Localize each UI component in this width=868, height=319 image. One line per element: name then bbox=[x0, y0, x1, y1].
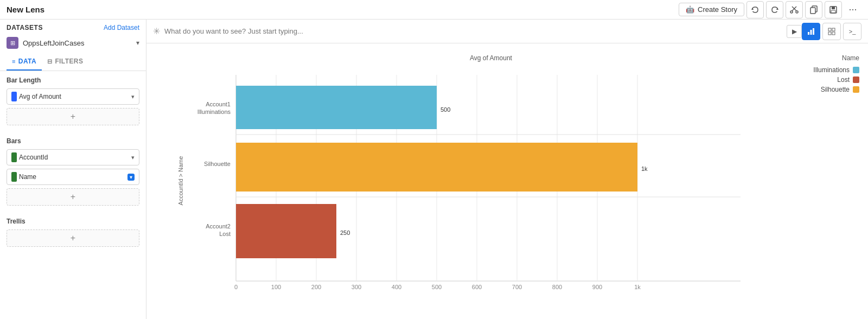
add-bars-field-button[interactable]: + bbox=[7, 188, 139, 206]
search-left: ✳ ▶ bbox=[153, 25, 802, 38]
svg-text:Silhouette: Silhouette bbox=[204, 161, 231, 167]
create-story-button[interactable]: 🤖 Create Story bbox=[679, 3, 744, 16]
add-dataset-button[interactable]: Add Dataset bbox=[104, 24, 139, 31]
code-view-button[interactable]: >_ bbox=[843, 23, 861, 40]
name-arrow-icon[interactable]: ▾ bbox=[127, 174, 135, 181]
code-view-icon: >_ bbox=[849, 28, 856, 35]
bar-silhouette[interactable] bbox=[236, 143, 637, 192]
svg-text:700: 700 bbox=[512, 284, 522, 290]
svg-text:600: 600 bbox=[472, 284, 482, 290]
bar-illuminations[interactable] bbox=[236, 86, 437, 129]
undo-button[interactable] bbox=[746, 1, 764, 18]
table-view-button[interactable] bbox=[822, 23, 841, 40]
accountid-field-dropdown[interactable]: AccountId ▾ bbox=[7, 149, 139, 165]
sidebar: Datasets Add Dataset ⊞ OppsLeftJoinCases… bbox=[0, 20, 146, 319]
name-field-dropdown[interactable]: Name ▾ bbox=[7, 169, 139, 185]
bars-group: Bars AccountId ▾ Name ▾ + bbox=[0, 132, 146, 212]
name-field-label: Name bbox=[19, 173, 125, 181]
bar-length-group: Bar Length Avg of Amount ▾ + bbox=[0, 71, 146, 132]
tab-filters[interactable]: ⊟ FILTERS bbox=[42, 53, 88, 71]
chart-legend: Name Illuminations Lost Silhouette bbox=[813, 54, 859, 93]
legend-item-illuminations: Illuminations bbox=[813, 66, 859, 74]
tab-data-label: DATA bbox=[18, 58, 36, 65]
svg-text:Account1: Account1 bbox=[206, 101, 231, 107]
tab-data[interactable]: ≡ DATA bbox=[7, 53, 42, 71]
copy-button[interactable] bbox=[805, 1, 822, 18]
chart-wrapper: Avg of Amount AccountId > Name bbox=[155, 54, 773, 299]
svg-rect-9 bbox=[832, 7, 835, 9]
svg-rect-7 bbox=[810, 8, 815, 14]
legend-silhouette-label: Silhouette bbox=[821, 86, 850, 93]
tab-filters-label: FILTERS bbox=[55, 58, 83, 65]
legend-item-silhouette: Silhouette bbox=[813, 86, 859, 93]
svg-text:800: 800 bbox=[552, 284, 562, 290]
legend-lost-dot bbox=[853, 76, 859, 83]
redo-icon bbox=[770, 5, 779, 14]
add-bars-plus-icon: + bbox=[71, 192, 75, 202]
field-handle-green-1 bbox=[11, 152, 17, 162]
chart-view-button[interactable] bbox=[802, 23, 820, 40]
save-button[interactable] bbox=[825, 1, 842, 18]
add-bar-length-field-button[interactable]: + bbox=[7, 108, 139, 125]
bar-lost[interactable] bbox=[236, 204, 336, 258]
legend-lost-label: Lost bbox=[837, 76, 850, 84]
svg-text:200: 200 bbox=[311, 284, 321, 290]
svg-text:400: 400 bbox=[392, 284, 401, 290]
dataset-chevron-icon[interactable]: ▾ bbox=[136, 39, 139, 47]
table-view-icon bbox=[828, 28, 835, 35]
legend-illuminations-label: Illuminations bbox=[813, 66, 850, 74]
svg-text:900: 900 bbox=[592, 284, 602, 290]
dataset-name: OppsLeftJoinCases bbox=[23, 39, 132, 47]
trellis-label: Trellis bbox=[7, 218, 139, 225]
copy-icon bbox=[809, 5, 818, 14]
play-icon: ▶ bbox=[792, 28, 797, 35]
svg-rect-17 bbox=[832, 32, 835, 35]
sparkle-icon: ✳ bbox=[153, 26, 160, 36]
legend-item-lost: Lost bbox=[813, 76, 859, 84]
chart-svg: AccountId > Name bbox=[155, 64, 773, 297]
svg-text:Account2: Account2 bbox=[206, 223, 231, 229]
search-bar: ✳ ▶ >_ bbox=[146, 20, 868, 43]
svg-text:0: 0 bbox=[234, 284, 238, 290]
topbar-actions: 🤖 Create Story ··· bbox=[679, 1, 861, 18]
view-toggle: >_ bbox=[802, 23, 861, 40]
data-tab-icon: ≡ bbox=[12, 58, 16, 65]
filters-tab-icon: ⊟ bbox=[47, 58, 52, 65]
save-icon bbox=[829, 5, 838, 14]
main-content: ✳ ▶ >_ Name bbox=[146, 20, 868, 319]
svg-text:500: 500 bbox=[441, 106, 450, 113]
legend-silhouette-dot bbox=[853, 86, 859, 93]
trellis-group: Trellis + bbox=[0, 212, 146, 253]
legend-illuminations-dot bbox=[853, 67, 859, 73]
add-trellis-plus-icon: + bbox=[71, 233, 75, 243]
dataset-item: ⊞ OppsLeftJoinCases ▾ bbox=[0, 35, 146, 53]
undo-icon bbox=[751, 5, 760, 14]
bars-label: Bars bbox=[7, 137, 139, 145]
more-options-button[interactable]: ··· bbox=[844, 1, 861, 18]
svg-rect-12 bbox=[810, 30, 812, 35]
create-story-icon: 🤖 bbox=[686, 5, 694, 14]
bar-length-field-label: Avg of Amount bbox=[19, 93, 129, 100]
svg-point-4 bbox=[790, 11, 793, 13]
svg-point-5 bbox=[796, 11, 798, 13]
svg-text:1k: 1k bbox=[634, 284, 641, 290]
legend-title: Name bbox=[813, 54, 859, 62]
search-input[interactable] bbox=[164, 27, 782, 35]
field-handle-blue bbox=[11, 92, 17, 101]
svg-text:100: 100 bbox=[271, 284, 281, 290]
svg-rect-11 bbox=[808, 32, 809, 35]
svg-text:500: 500 bbox=[432, 284, 442, 290]
svg-text:1k: 1k bbox=[641, 165, 648, 172]
add-trellis-field-button[interactable]: + bbox=[7, 229, 139, 247]
svg-rect-16 bbox=[828, 32, 831, 35]
svg-rect-14 bbox=[828, 28, 831, 31]
bar-length-field-dropdown[interactable]: Avg of Amount ▾ bbox=[7, 88, 139, 105]
svg-text:Lost: Lost bbox=[219, 231, 231, 237]
chart-x-axis-title: Avg of Amount bbox=[155, 54, 773, 62]
svg-text:Illuminations: Illuminations bbox=[197, 109, 231, 115]
datasets-label: Datasets bbox=[7, 24, 43, 31]
cut-button[interactable] bbox=[786, 1, 803, 18]
dataset-icon: ⊞ bbox=[7, 37, 18, 49]
redo-button[interactable] bbox=[766, 1, 783, 18]
search-play-button[interactable]: ▶ bbox=[787, 25, 802, 38]
